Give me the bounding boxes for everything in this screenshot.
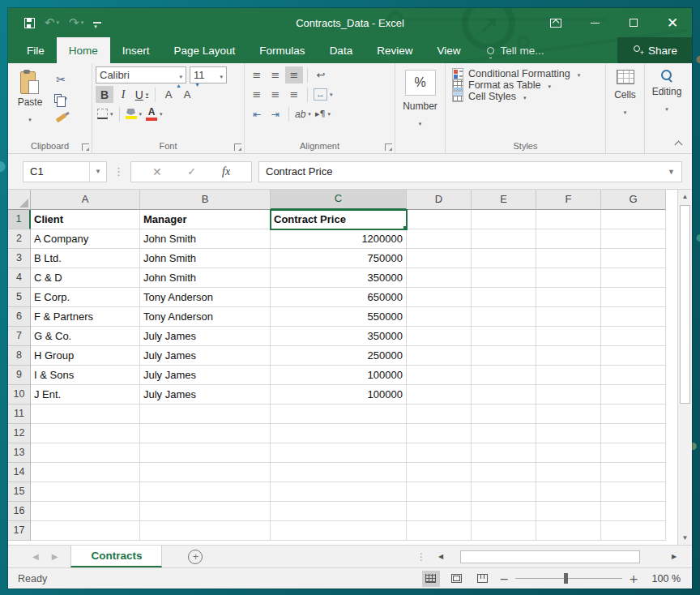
column-header-A[interactable]: A [31, 190, 140, 210]
fill-handle[interactable] [403, 225, 407, 229]
cells-group-button[interactable]: Cells [606, 63, 645, 153]
cell-E1[interactable] [472, 210, 536, 229]
previous-sheet-icon[interactable]: ◀ [32, 552, 39, 561]
cell-D4[interactable] [407, 268, 472, 288]
cell-C16[interactable] [271, 502, 407, 521]
cell-C4[interactable]: 350000 [271, 268, 407, 288]
cell-D6[interactable] [407, 307, 472, 327]
cell-G11[interactable] [601, 405, 666, 424]
undo-button[interactable]: ↶ [45, 17, 59, 29]
cell-C14[interactable] [271, 463, 407, 482]
cell-B9[interactable]: July James [140, 366, 271, 385]
name-box[interactable]: C1 ▼ [23, 161, 107, 182]
vertical-scroll-thumb[interactable] [680, 205, 690, 404]
sheet-tab-contracts[interactable]: Contracts [70, 546, 162, 567]
borders-button[interactable] [96, 105, 115, 122]
cell-A15[interactable] [31, 482, 140, 502]
formula-bar-handle[interactable]: ⋮ [113, 165, 124, 178]
format-painter-button[interactable] [52, 109, 70, 126]
column-header-D[interactable]: D [407, 190, 472, 210]
decrease-indent-button[interactable]: ⇤ [248, 105, 266, 122]
cell-C1[interactable]: Contract Price [271, 210, 407, 229]
styles-item-format-as-table[interactable]: Format as Table [452, 79, 602, 91]
font-family-select[interactable]: Calibri [96, 66, 186, 83]
cell-E14[interactable] [472, 463, 536, 482]
redo-button[interactable]: ↷ [69, 17, 83, 29]
cell-B3[interactable]: John Smith [140, 249, 271, 268]
cell-E12[interactable] [472, 424, 536, 443]
cell-F1[interactable] [536, 210, 601, 229]
zoom-slider-thumb[interactable] [564, 573, 568, 584]
increase-font-size-button[interactable]: A▲ [160, 86, 177, 103]
cell-A9[interactable]: I & Sons [31, 366, 140, 385]
share-button[interactable]: Share [617, 37, 692, 63]
increase-indent-button[interactable]: ⇥ [267, 105, 284, 122]
fill-color-button[interactable] [124, 105, 144, 122]
page-layout-view-button[interactable] [448, 571, 466, 587]
cell-G2[interactable] [601, 229, 666, 249]
cell-D14[interactable] [407, 463, 472, 482]
cell-F2[interactable] [536, 229, 601, 249]
cell-D3[interactable] [407, 249, 472, 268]
cell-A4[interactable]: C & D [31, 268, 140, 288]
cell-B6[interactable]: Tony Anderson [140, 307, 271, 327]
menu-tab-formulas[interactable]: Formulas [247, 37, 317, 63]
paste-button[interactable]: Paste [11, 66, 49, 139]
cell-B11[interactable] [140, 405, 271, 424]
scroll-up-icon[interactable]: ▲ [678, 190, 692, 203]
cell-A6[interactable]: F & Partners [31, 307, 140, 327]
cell-E8[interactable] [472, 346, 536, 366]
cell-E15[interactable] [472, 482, 536, 502]
minimize-button[interactable] [575, 8, 614, 37]
row-header-6[interactable]: 6 [8, 307, 31, 327]
cell-E16[interactable] [472, 502, 536, 521]
cell-A14[interactable] [31, 463, 140, 482]
confirm-entry-icon[interactable]: ✓ [187, 165, 196, 178]
cell-F12[interactable] [536, 424, 601, 443]
row-header-14[interactable]: 14 [8, 463, 31, 482]
cell-B14[interactable] [140, 463, 271, 482]
zoom-level[interactable]: 100 % [647, 573, 681, 584]
cell-F6[interactable] [536, 307, 601, 327]
cell-C8[interactable]: 250000 [271, 346, 407, 366]
cut-button[interactable]: ✂ [52, 71, 70, 88]
cell-G7[interactable] [601, 327, 666, 346]
cell-G8[interactable] [601, 346, 666, 366]
cell-E11[interactable] [472, 405, 536, 424]
cell-E4[interactable] [472, 268, 536, 288]
align-left-button[interactable]: ≡ [248, 86, 266, 103]
next-sheet-icon[interactable]: ▶ [52, 552, 58, 561]
zoom-out-button[interactable]: − [500, 572, 510, 585]
close-button[interactable]: ✕ [653, 8, 692, 37]
middle-align-button[interactable]: ≡ [267, 66, 284, 83]
cell-F16[interactable] [536, 502, 601, 521]
row-header-5[interactable]: 5 [8, 288, 31, 307]
tell-me-button[interactable]: Tell me... [476, 37, 555, 63]
cell-G3[interactable] [601, 249, 666, 268]
cell-E2[interactable] [472, 229, 536, 249]
row-header-4[interactable]: 4 [8, 268, 31, 288]
cell-B17[interactable] [140, 521, 271, 541]
cell-F13[interactable] [536, 443, 601, 463]
orientation-button[interactable]: ab [293, 105, 313, 122]
text-direction-button[interactable]: ▸¶ [314, 105, 332, 122]
styles-item-cell-styles[interactable]: Cell Styles [452, 91, 602, 102]
row-header-3[interactable]: 3 [8, 249, 31, 268]
cell-A5[interactable]: E Corp. [31, 288, 140, 307]
row-header-13[interactable]: 13 [8, 443, 31, 463]
top-align-button[interactable]: ≡ [248, 66, 266, 83]
cell-D12[interactable] [407, 424, 472, 443]
cell-A2[interactable]: A Company [31, 229, 140, 249]
menu-tab-data[interactable]: Data [318, 37, 365, 63]
italic-button[interactable]: I [114, 86, 132, 103]
cell-D11[interactable] [407, 405, 472, 424]
save-button[interactable] [24, 18, 35, 28]
cell-F15[interactable] [536, 482, 601, 502]
maximize-button[interactable] [614, 8, 653, 37]
cell-C3[interactable]: 750000 [271, 249, 407, 268]
font-color-button[interactable]: A [144, 105, 164, 122]
merge-center-button[interactable]: ↔ [312, 86, 335, 103]
zoom-in-button[interactable]: + [629, 572, 638, 585]
cell-A17[interactable] [31, 521, 140, 541]
cell-E17[interactable] [472, 521, 536, 541]
